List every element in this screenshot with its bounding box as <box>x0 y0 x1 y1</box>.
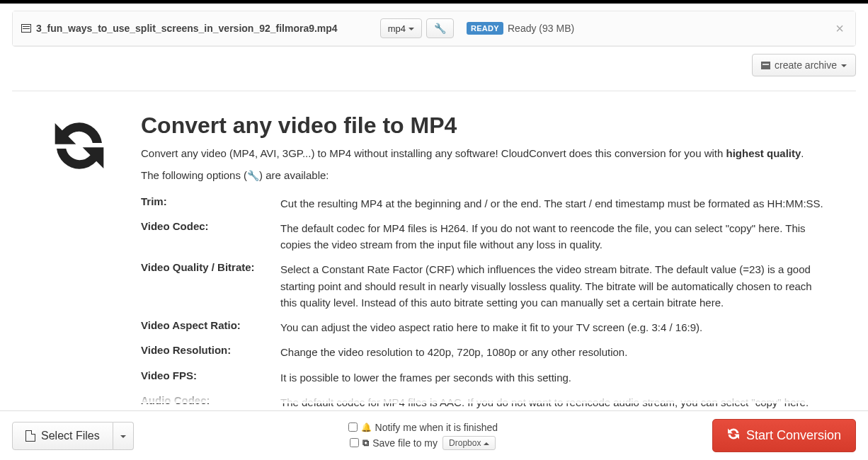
option-label: Video FPS: <box>141 369 280 386</box>
convert-icon-wrap <box>17 113 141 460</box>
bell-icon: 🔔 <box>361 422 372 432</box>
remove-file-button[interactable]: × <box>833 21 847 35</box>
option-label: Video Aspect Ratio: <box>141 319 280 335</box>
file-name: 3_fun_ways_to_use_split_screens_in_versi… <box>36 23 338 34</box>
refresh-icon <box>727 427 740 444</box>
notify-label: Notify me when it is finished <box>375 422 498 433</box>
status-badge: READY <box>467 22 503 35</box>
option-label: Trim: <box>141 195 280 212</box>
caret-up-icon <box>484 442 489 445</box>
file-row: 3_fun_ways_to_use_split_screens_in_versi… <box>13 11 855 46</box>
option-row: Video Resolution: Change the video resol… <box>141 344 851 360</box>
refresh-icon <box>52 118 107 173</box>
option-desc: Select a Constant Rate Factor (CRF) whic… <box>280 261 851 311</box>
save-checkbox[interactable] <box>350 438 359 447</box>
archive-row: create archive <box>12 47 856 84</box>
file-controls: mp4 🔧 <box>380 18 454 38</box>
select-files-dropdown[interactable] <box>113 422 134 450</box>
option-desc: It is possible to lower the frames per s… <box>280 369 851 386</box>
top-border <box>0 0 868 4</box>
option-row: Trim: Cut the resulting MP4 at the begin… <box>141 195 851 212</box>
option-label: Video Resolution: <box>141 344 280 360</box>
option-label: Video Codec: <box>141 220 280 253</box>
format-dropdown[interactable]: mp4 <box>380 18 422 38</box>
video-file-icon <box>21 24 31 33</box>
notify-check-row[interactable]: 🔔 Notify me when it is finished <box>348 422 498 433</box>
dropbox-icon: ⧉ <box>362 437 369 449</box>
center-options: 🔔 Notify me when it is finished ⧉ Save f… <box>134 422 712 450</box>
document-icon <box>25 430 35 442</box>
intro-text: Convert any video (MP4, AVI, 3GP...) to … <box>141 146 851 162</box>
caret-down-icon <box>841 64 847 67</box>
save-check-row: ⧉ Save file to my Dropbox <box>350 436 496 450</box>
save-destination-dropdown[interactable]: Dropbox <box>442 436 496 450</box>
create-archive-button[interactable]: create archive <box>752 54 856 76</box>
caret-down-icon <box>120 435 126 438</box>
notify-checkbox[interactable] <box>348 422 358 432</box>
file-status: READY Ready (93 MB) <box>467 22 574 35</box>
option-row: Video Aspect Ratio: You can adjust the v… <box>141 319 851 335</box>
start-label: Start Conversion <box>746 428 841 443</box>
option-label: Video Quality / Bitrate: <box>141 261 280 311</box>
option-desc: The default codec for MP4 files is H264.… <box>280 220 851 253</box>
start-conversion-button[interactable]: Start Conversion <box>712 419 856 452</box>
select-files-group: Select Files <box>12 422 134 450</box>
file-queue-panel: 3_fun_ways_to_use_split_screens_in_versi… <box>12 11 856 47</box>
archive-icon <box>761 62 770 69</box>
content-column: Convert any video file to MP4 Convert an… <box>141 113 851 460</box>
option-row: Video Quality / Bitrate: Select a Consta… <box>141 261 851 311</box>
option-row: Video Codec: The default codec for MP4 f… <box>141 220 851 253</box>
select-files-button[interactable]: Select Files <box>12 422 113 450</box>
select-files-label: Select Files <box>41 430 100 442</box>
save-label: Save file to my <box>372 437 438 449</box>
wrench-icon: 🔧 <box>247 170 259 181</box>
settings-button[interactable]: 🔧 <box>426 18 454 38</box>
option-desc: You can adjust the video aspect ratio he… <box>280 319 851 335</box>
main-content: Convert any video file to MP4 Convert an… <box>0 91 868 460</box>
option-desc: Cut the resulting MP4 at the beginning a… <box>280 195 851 212</box>
archive-label: create archive <box>775 59 837 71</box>
option-desc: Change the video resolution to 420p, 720… <box>280 344 851 360</box>
option-row: Video FPS: It is possible to lower the f… <box>141 369 851 386</box>
save-dest-label: Dropbox <box>449 438 481 448</box>
format-label: mp4 <box>388 23 406 34</box>
options-line: The following options (🔧) are available: <box>141 169 851 181</box>
page-title: Convert any video file to MP4 <box>141 113 851 139</box>
caret-down-icon <box>409 28 414 30</box>
wrench-icon: 🔧 <box>434 23 446 34</box>
status-text: Ready (93 MB) <box>508 23 574 34</box>
bottom-bar: Select Files 🔔 Notify me when it is fini… <box>0 410 868 460</box>
